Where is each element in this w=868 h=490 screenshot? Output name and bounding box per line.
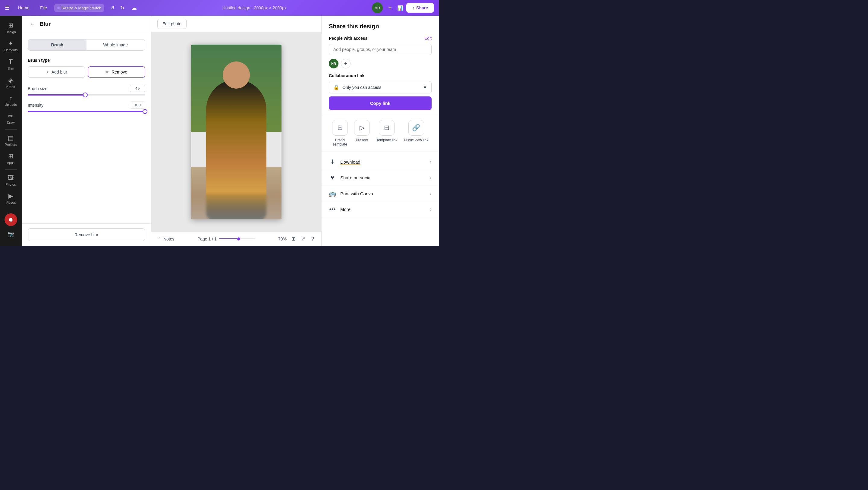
intensity-track[interactable] xyxy=(28,111,145,112)
sidebar-item-apps[interactable]: ⊞ Apps xyxy=(2,150,20,167)
photo-canvas[interactable] xyxy=(191,44,281,219)
more-arrow: › xyxy=(430,206,432,212)
print-canva-action[interactable]: 🚌 Print with Canva › xyxy=(321,186,439,202)
brush-toggle-btn[interactable]: Brush xyxy=(28,39,87,50)
sidebar-item-label: Text xyxy=(7,67,13,70)
camera-icon-btn[interactable]: ⏺ xyxy=(4,213,17,226)
home-nav[interactable]: Home xyxy=(14,4,33,12)
intensity-thumb[interactable] xyxy=(143,109,147,114)
user-avatar[interactable]: HR xyxy=(372,2,383,13)
intensity-value: 100 xyxy=(130,101,145,109)
design-icon: ⊞ xyxy=(8,22,13,29)
download-action[interactable]: ⬇ Download › xyxy=(321,154,439,170)
brand-template-option[interactable]: ⊟ BrandTemplate xyxy=(332,120,348,147)
intensity-label: Intensity xyxy=(28,103,43,108)
analytics-icon[interactable]: 📊 xyxy=(397,5,403,11)
more-action[interactable]: ••• More › xyxy=(321,202,439,217)
redo-button[interactable]: ↻ xyxy=(118,3,127,13)
remove-blur-button[interactable]: Remove blur xyxy=(28,228,145,241)
lock-icon: 🔒 xyxy=(333,84,339,90)
print-icon: 🚌 xyxy=(329,190,336,197)
collab-label: Collaboration link xyxy=(329,73,432,78)
panel-body: Brush Whole image Brush type ✧ Add blur … xyxy=(22,33,151,223)
share-options-grid: ⊟ BrandTemplate ▷ Present ⊟ Template lin… xyxy=(321,115,439,152)
help-button[interactable]: ? xyxy=(310,235,315,243)
back-button[interactable]: ← xyxy=(28,21,37,28)
user-avatar-sm[interactable]: HR xyxy=(329,59,338,68)
add-collaborator-button[interactable]: + xyxy=(386,4,394,12)
grid-view-button[interactable]: ⊞ xyxy=(290,235,297,243)
brush-size-track[interactable] xyxy=(28,94,145,95)
panel-title: Blur xyxy=(40,21,51,27)
template-link-label: Template link xyxy=(376,138,397,142)
sidebar-item-elements[interactable]: ✦ Elements xyxy=(2,37,20,54)
notes-label: Notes xyxy=(163,237,175,241)
edit-access-link[interactable]: Edit xyxy=(424,36,432,41)
public-view-label: Public view link xyxy=(404,138,428,142)
public-view-link-option[interactable]: 🔗 Public view link xyxy=(404,120,428,147)
brand-icon: ◈ xyxy=(8,76,13,84)
menu-icon[interactable]: ☰ xyxy=(5,4,10,11)
topbar-right: HR + 📊 ↑ Share xyxy=(372,2,434,13)
brand-template-icon: ⊟ xyxy=(332,120,348,135)
share-social-action[interactable]: ♥ Share on social › xyxy=(321,170,439,186)
cloud-save-icon: ☁ xyxy=(131,4,137,11)
share-social-icon: ♥ xyxy=(329,174,336,181)
more-label: More xyxy=(340,207,426,212)
present-option[interactable]: ▷ Present xyxy=(354,120,370,147)
sidebar-item-uploads[interactable]: ↑ Uploads xyxy=(2,92,20,109)
sidebar-item-label: Uploads xyxy=(4,103,17,106)
draw-icon: ✏ xyxy=(8,113,13,120)
brush-size-fill xyxy=(28,94,85,95)
bottom-bar-left[interactable]: ⌃ Notes xyxy=(157,237,175,241)
video-camera-btn[interactable]: 📷 xyxy=(2,228,20,240)
template-link-option[interactable]: ⊟ Template link xyxy=(376,120,397,147)
bottom-bar-right: 79% ⊞ ⤢ ? xyxy=(278,235,315,243)
brand-template-label: BrandTemplate xyxy=(333,138,347,147)
panel-footer: Remove blur xyxy=(22,223,151,246)
share-panel-title: Share this design xyxy=(329,23,432,30)
template-link-icon: ⊟ xyxy=(379,120,395,135)
access-level-text: Only you can access xyxy=(342,85,420,90)
remove-brush-btn[interactable]: ✏ Remove xyxy=(88,66,145,78)
avatar-row: HR + xyxy=(329,59,432,68)
apps-icon: ⊞ xyxy=(8,152,13,160)
topbar: ☰ Home File Resize & Magic Switch ↺ ↻ ☁ … xyxy=(0,0,439,16)
sidebar-item-photos[interactable]: 🖼 Photos xyxy=(2,172,20,189)
add-people-input[interactable] xyxy=(329,44,432,55)
sidebar-item-text[interactable]: T Text xyxy=(2,56,20,73)
file-nav[interactable]: File xyxy=(36,4,51,12)
fullscreen-button[interactable]: ⤢ xyxy=(300,235,307,243)
brush-size-row: Brush size 49 xyxy=(28,85,145,95)
panel-header: ← Blur xyxy=(22,16,151,33)
text-icon: T xyxy=(9,58,13,66)
copy-link-button[interactable]: Copy link xyxy=(329,96,432,110)
access-level-dropdown[interactable]: 🔒 Only you can access ▼ xyxy=(329,81,432,93)
add-blur-btn[interactable]: ✧ Add blur xyxy=(28,66,85,78)
videos-icon: ▶ xyxy=(8,192,13,200)
dropdown-arrow-icon: ▼ xyxy=(423,85,427,90)
collaboration-section: Collaboration link 🔒 Only you can access… xyxy=(321,73,439,115)
hide-icon: ⌃ xyxy=(157,237,161,241)
edit-photo-button[interactable]: Edit photo xyxy=(157,19,187,29)
share-button[interactable]: ↑ Share xyxy=(406,3,434,13)
sidebar-item-brand[interactable]: ◈ Brand xyxy=(2,74,20,91)
brush-size-thumb[interactable] xyxy=(83,93,88,97)
brush-type-group: ✧ Add blur ✏ Remove xyxy=(28,66,145,78)
sidebar-item-videos[interactable]: ▶ Videos xyxy=(2,190,20,207)
sidebar-item-design[interactable]: ⊞ Design xyxy=(2,19,20,36)
canvas-content xyxy=(151,32,321,232)
sidebar-item-projects[interactable]: ▤ Projects xyxy=(2,132,20,149)
canvas-bottom-bar: ⌃ Notes Page 1 / 1 79% ⊞ ⤢ ? xyxy=(151,232,321,246)
sidebar-item-draw[interactable]: ✏ Draw xyxy=(2,110,20,127)
people-access-header: People with access Edit xyxy=(329,36,432,41)
page-progress xyxy=(219,238,255,239)
progress-thumb[interactable] xyxy=(237,238,240,241)
undo-button[interactable]: ↺ xyxy=(108,3,117,13)
add-blur-icon: ✧ xyxy=(45,70,49,74)
print-label: Print with Canva xyxy=(340,191,426,196)
whole-image-toggle-btn[interactable]: Whole image xyxy=(87,39,145,50)
canvas-area: Edit photo ⌃ Notes xyxy=(151,16,321,246)
add-user-button[interactable]: + xyxy=(341,59,350,68)
resize-magic-switch[interactable]: Resize & Magic Switch xyxy=(54,4,104,12)
